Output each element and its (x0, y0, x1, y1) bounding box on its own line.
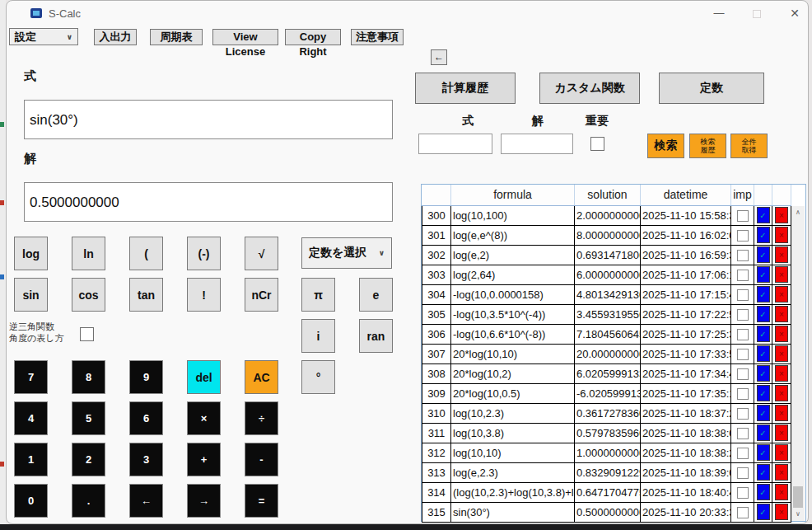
key-tan[interactable]: tan (129, 278, 163, 312)
confirm-button[interactable]: ✓ (757, 227, 770, 243)
header-imp[interactable]: imp (731, 185, 754, 205)
key-(-)[interactable]: (-) (187, 237, 221, 270)
key-+[interactable]: + (187, 443, 221, 476)
io-button[interactable]: 入出力 (94, 29, 137, 45)
key-sin[interactable]: sin (14, 278, 48, 312)
delete-button[interactable]: × (775, 207, 788, 223)
delete-button[interactable]: × (775, 365, 788, 382)
table-row[interactable]: 311log(10,3.8)0.57978359662025-11-10 18:… (422, 423, 791, 443)
key-7[interactable]: 7 (14, 360, 48, 394)
table-row[interactable]: 300log(10,100)2.00000000002025-11-10 15:… (422, 205, 791, 225)
key-4[interactable]: 4 (14, 401, 48, 435)
delete-button[interactable]: × (775, 385, 788, 401)
key-1[interactable]: 1 (14, 443, 48, 476)
key-8[interactable]: 8 (72, 360, 105, 394)
delete-button[interactable]: × (775, 266, 788, 283)
view-license-button[interactable]: View License (212, 29, 278, 45)
confirm-button[interactable]: ✓ (757, 207, 770, 223)
confirm-button[interactable]: ✓ (757, 444, 770, 461)
delete-button[interactable]: × (775, 306, 788, 322)
key-←[interactable]: ← (129, 484, 163, 518)
table-row[interactable]: 315sin(30°)0.50000000002025-11-10 20:33:… (422, 502, 791, 522)
important-checkbox[interactable] (737, 428, 749, 439)
important-checkbox[interactable] (737, 368, 749, 380)
important-checkbox[interactable] (737, 309, 749, 321)
confirm-button[interactable]: ✓ (757, 246, 770, 263)
delete-button[interactable]: × (775, 246, 788, 263)
constants-button[interactable]: 定数 (659, 73, 764, 104)
delete-button[interactable]: × (775, 405, 788, 421)
key-0[interactable]: 0 (14, 484, 48, 518)
delete-button[interactable]: × (775, 345, 788, 362)
key-5[interactable]: 5 (72, 401, 105, 435)
table-row[interactable]: 312log(10,10)1.00000000002025-11-10 18:3… (422, 443, 791, 462)
key-π[interactable]: π (301, 278, 335, 312)
header-rownum[interactable] (422, 185, 451, 205)
delete-button[interactable]: × (775, 444, 788, 461)
key-ran[interactable]: ran (359, 319, 393, 353)
table-row[interactable]: 303log(2,64)6.00000000002025-11-10 17:06… (422, 265, 791, 284)
confirm-button[interactable]: ✓ (757, 385, 770, 401)
key-nCr[interactable]: nCr (245, 278, 278, 312)
constant-select-dropdown[interactable]: 定数を選択 ∨ (301, 237, 392, 269)
search-formula-input[interactable] (418, 134, 492, 154)
important-checkbox[interactable] (737, 448, 749, 459)
key-([interactable]: ( (129, 237, 163, 270)
delete-button[interactable]: × (775, 227, 788, 243)
important-checkbox[interactable] (737, 349, 749, 360)
key-=[interactable]: = (245, 484, 278, 518)
settings-dropdown[interactable]: 設定 ∨ (9, 28, 78, 45)
key-i[interactable]: i (301, 319, 335, 353)
copy-right-button[interactable]: Copy Right (285, 29, 341, 45)
table-row[interactable]: 313log(e,2.3)0.83290912292025-11-10 18:3… (422, 462, 791, 482)
confirm-button[interactable]: ✓ (757, 365, 770, 382)
key-°[interactable]: ° (301, 360, 335, 394)
confirm-button[interactable]: ✓ (757, 504, 770, 520)
search-solution-input[interactable] (501, 134, 573, 154)
important-checkbox[interactable] (737, 210, 749, 222)
solution-input[interactable]: 0.5000000000 (24, 182, 393, 222)
header-formula[interactable]: formula (451, 185, 575, 205)
key-→[interactable]: → (187, 484, 221, 518)
key-AC[interactable]: AC (245, 360, 278, 394)
delete-button[interactable]: × (775, 286, 788, 303)
confirm-button[interactable]: ✓ (757, 345, 770, 362)
table-row[interactable]: 301log(e,e^(8))8.00000000002025-11-10 16… (422, 225, 791, 245)
delete-button[interactable]: × (775, 326, 788, 342)
search-important-checkbox[interactable] (590, 137, 604, 151)
table-row[interactable]: 30820*log(10,2)6.02059991332025-11-10 17… (422, 363, 791, 383)
calc-history-button[interactable]: 計算履歴 (415, 73, 516, 104)
important-checkbox[interactable] (737, 270, 749, 281)
custom-function-button[interactable]: カスタム関数 (539, 73, 640, 104)
confirm-button[interactable]: ✓ (757, 266, 770, 283)
maximize-button[interactable] (738, 1, 776, 26)
key-ln[interactable]: ln (72, 237, 105, 270)
notes-button[interactable]: 注意事項 (351, 29, 404, 45)
table-row[interactable]: 306-log(10,6.6*10^(-8))7.18045606452025-… (422, 324, 791, 344)
search-history-button[interactable]: 検索 履歴 (689, 134, 726, 158)
important-checkbox[interactable] (737, 329, 749, 340)
table-row[interactable]: 304-log(10,0.0000158)4.80134291302025-11… (422, 284, 791, 304)
periodic-table-button[interactable]: 周期表 (150, 29, 203, 45)
important-checkbox[interactable] (737, 289, 749, 301)
important-checkbox[interactable] (737, 487, 749, 499)
important-checkbox[interactable] (737, 388, 749, 400)
delete-button[interactable]: × (775, 484, 788, 500)
delete-button[interactable]: × (775, 504, 788, 520)
key-6[interactable]: 6 (129, 401, 163, 435)
key-log[interactable]: log (14, 237, 48, 270)
scrollbar-thumb[interactable] (793, 486, 803, 508)
important-checkbox[interactable] (737, 467, 749, 479)
key--[interactable]: - (245, 443, 278, 476)
confirm-button[interactable]: ✓ (757, 286, 770, 303)
inverse-trig-checkbox[interactable] (80, 327, 94, 341)
scroll-up-icon[interactable]: ∧ (791, 206, 805, 219)
confirm-button[interactable]: ✓ (757, 326, 770, 342)
key-del[interactable]: del (187, 360, 221, 394)
table-row[interactable]: 30920*log(10,0.5)-6.02059991332025-11-10… (422, 383, 791, 403)
header-solution[interactable]: solution (575, 185, 641, 205)
table-row[interactable]: 302log(e,2)0.69314718062025-11-10 16:59:… (422, 245, 791, 265)
table-row[interactable]: 314(log(10,2.3)+log(10,3.8)+log0.6471704… (422, 482, 791, 502)
delete-button[interactable]: × (775, 424, 788, 441)
minimize-button[interactable]: — (700, 1, 738, 26)
